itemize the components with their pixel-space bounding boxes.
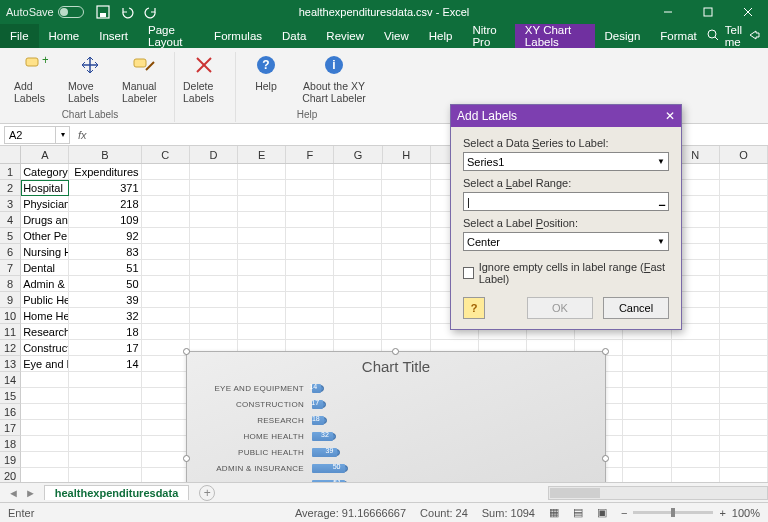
cell[interactable]: 14 (69, 356, 141, 372)
row-header[interactable]: 4 (0, 212, 21, 228)
cell[interactable] (720, 388, 768, 404)
cell[interactable] (720, 356, 768, 372)
tab-insert[interactable]: Insert (89, 24, 138, 48)
row-header[interactable]: 16 (0, 404, 21, 420)
add-labels-button[interactable]: +Add Labels (14, 52, 58, 104)
cell[interactable] (623, 452, 671, 468)
cell[interactable] (69, 436, 141, 452)
cell[interactable] (623, 372, 671, 388)
cell[interactable] (382, 324, 430, 340)
row-header[interactable]: 6 (0, 244, 21, 260)
cell[interactable]: 371 (69, 180, 141, 196)
cell[interactable] (720, 436, 768, 452)
cell[interactable] (672, 404, 720, 420)
cell[interactable] (720, 212, 768, 228)
cell[interactable]: Admin & I (21, 276, 69, 292)
cell[interactable] (672, 452, 720, 468)
row-header[interactable]: 15 (0, 388, 21, 404)
cell[interactable] (672, 420, 720, 436)
new-sheet-button[interactable]: + (199, 485, 215, 501)
cell[interactable] (238, 324, 286, 340)
cell[interactable] (190, 228, 238, 244)
cell[interactable] (720, 196, 768, 212)
fx-icon[interactable]: fx (78, 129, 87, 141)
row-header[interactable]: 7 (0, 260, 21, 276)
cell[interactable] (720, 164, 768, 180)
sheet-tab[interactable]: healthexpendituresdata (44, 485, 189, 500)
cell[interactable]: Drugs and (21, 212, 69, 228)
chart-bar[interactable]: ADMIN & INSURANCE50 (187, 461, 605, 476)
cell[interactable] (334, 228, 382, 244)
tell-me[interactable]: Tell me (725, 24, 742, 48)
cell[interactable] (286, 292, 334, 308)
cell[interactable] (382, 196, 430, 212)
cell[interactable]: 17 (69, 340, 141, 356)
cell[interactable] (69, 404, 141, 420)
cell[interactable] (672, 356, 720, 372)
cell[interactable] (190, 244, 238, 260)
row-header[interactable]: 8 (0, 276, 21, 292)
zoom-in-button[interactable]: + (719, 507, 725, 519)
cell[interactable]: Home Hea (21, 308, 69, 324)
sheet-nav-next-icon[interactable]: ► (25, 487, 36, 499)
cell[interactable] (623, 356, 671, 372)
cell[interactable] (623, 404, 671, 420)
cell[interactable]: Nursing H (21, 244, 69, 260)
cell[interactable] (142, 324, 190, 340)
cell[interactable] (190, 292, 238, 308)
row-header[interactable]: 9 (0, 292, 21, 308)
column-header[interactable]: F (286, 146, 334, 163)
cell[interactable]: Physician (21, 196, 69, 212)
cell[interactable]: Public Hea (21, 292, 69, 308)
cell[interactable]: 39 (69, 292, 141, 308)
share-icon[interactable] (748, 29, 760, 43)
tab-page-layout[interactable]: Page Layout (138, 24, 204, 48)
tab-help[interactable]: Help (419, 24, 463, 48)
cell[interactable] (382, 276, 430, 292)
cell[interactable] (238, 228, 286, 244)
sheet-nav-prev-icon[interactable]: ◄ (8, 487, 19, 499)
cell[interactable] (142, 292, 190, 308)
cell[interactable] (142, 276, 190, 292)
cell[interactable]: Constructi (21, 340, 69, 356)
cell[interactable]: Category (21, 164, 69, 180)
cell[interactable] (720, 260, 768, 276)
cell[interactable] (334, 164, 382, 180)
cell[interactable] (190, 180, 238, 196)
cell[interactable] (190, 212, 238, 228)
tab-home[interactable]: Home (39, 24, 90, 48)
cell[interactable]: 92 (69, 228, 141, 244)
cell[interactable] (720, 324, 768, 340)
cell[interactable] (142, 196, 190, 212)
cell[interactable] (142, 372, 190, 388)
cell[interactable] (21, 388, 69, 404)
cancel-button[interactable]: Cancel (603, 297, 669, 319)
cell[interactable] (286, 324, 334, 340)
horizontal-scrollbar[interactable] (548, 486, 768, 500)
cell[interactable] (334, 212, 382, 228)
cell[interactable] (238, 196, 286, 212)
row-header[interactable]: 18 (0, 436, 21, 452)
cell[interactable] (382, 180, 430, 196)
column-header[interactable]: D (190, 146, 238, 163)
cell[interactable] (720, 420, 768, 436)
cell[interactable] (382, 292, 430, 308)
tab-review[interactable]: Review (316, 24, 374, 48)
cell[interactable] (672, 388, 720, 404)
position-combo[interactable]: Center▼ (463, 232, 669, 251)
cell[interactable] (142, 228, 190, 244)
name-box[interactable] (4, 126, 56, 144)
cell[interactable] (238, 292, 286, 308)
cell[interactable] (21, 436, 69, 452)
cell[interactable] (238, 180, 286, 196)
cell[interactable]: Expenditures (69, 164, 141, 180)
move-labels-button[interactable]: Move Labels (68, 52, 112, 104)
cell[interactable]: 32 (69, 308, 141, 324)
column-header[interactable]: G (334, 146, 382, 163)
cell[interactable] (69, 468, 141, 482)
column-header[interactable]: B (69, 146, 141, 163)
view-page-break-icon[interactable]: ▣ (597, 506, 607, 519)
cell[interactable] (142, 308, 190, 324)
series-combo[interactable]: Series1▼ (463, 152, 669, 171)
window-close-icon[interactable] (728, 0, 768, 24)
